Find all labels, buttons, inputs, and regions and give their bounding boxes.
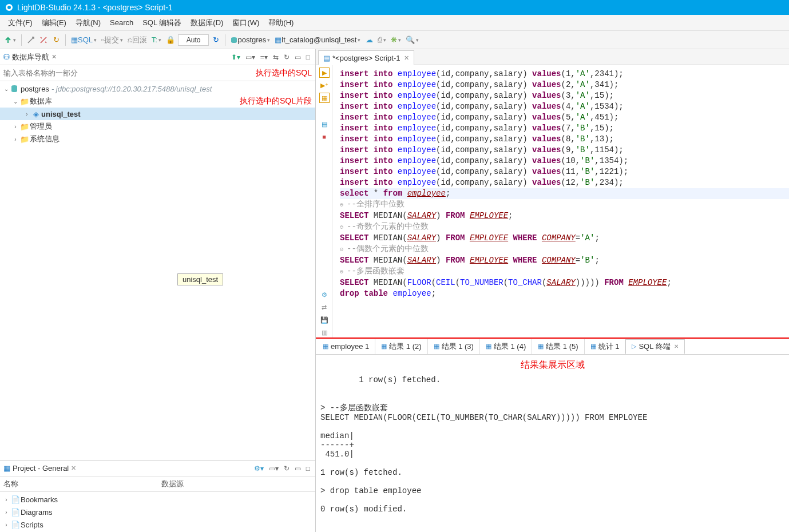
navigator-tree[interactable]: ⌄ postgres - jdbc:postgresql://10.20.30.… bbox=[0, 81, 315, 460]
editor-gutter: ▶ ▶⁺ ▦ ▤ ■ ⚙ ⇄ 💾 ▥ bbox=[316, 65, 333, 338]
rollback-button[interactable]: ⎌ 回滚 bbox=[126, 33, 149, 47]
navigator-icon: ⛁ bbox=[3, 53, 10, 61]
result-tab-5[interactable]: ▦结果 1 (5) bbox=[532, 339, 584, 354]
tree-schema-label: unisql_test bbox=[41, 110, 81, 118]
result-tab-label: 结果 1 (3) bbox=[442, 342, 474, 352]
explain-plan-icon[interactable]: ▤ bbox=[319, 119, 330, 129]
result-tab-3[interactable]: ▦结果 1 (3) bbox=[428, 339, 480, 354]
result-tab-label: 统计 1 bbox=[598, 342, 620, 352]
project-pane: ▦ Project - General ✕ ⚙▾ ▭▾ ↻ ▭ □ 名称 数据源… bbox=[0, 460, 315, 532]
close-result-tab-icon[interactable]: ✕ bbox=[674, 343, 679, 350]
menu-edit[interactable]: 编辑(E) bbox=[37, 15, 71, 30]
menu-navigate[interactable]: 导航(N) bbox=[71, 15, 105, 30]
execute-button[interactable]: ▶ bbox=[319, 68, 330, 78]
project-item-diagrams[interactable]: ›📄 Diagrams bbox=[0, 506, 315, 518]
sql-editor-button[interactable]: ▦ SQL bbox=[69, 33, 98, 47]
annotation-execute-sql-fragment: 执行选中的SQL片段 bbox=[240, 96, 312, 106]
project-item-label: Scripts bbox=[21, 521, 43, 529]
annotation-execute-sql: 执行选中的SQL bbox=[256, 68, 312, 78]
new-connection-button[interactable] bbox=[2, 33, 18, 47]
tree-tooltip: unisql_test bbox=[177, 273, 223, 285]
export-icon[interactable]: ⎙ bbox=[376, 33, 388, 47]
dashboard-icon[interactable]: ☁ bbox=[363, 33, 375, 47]
execute-fragment-button[interactable]: ▶⁺ bbox=[319, 80, 330, 90]
result-tab-label: 结果 1 (4) bbox=[494, 342, 526, 352]
result-tab-stats[interactable]: ▦统计 1 bbox=[585, 339, 626, 354]
tree-folder-databases[interactable]: ⌄ 📁 数据库 执行选中的SQL片段 bbox=[0, 95, 315, 108]
menu-search[interactable]: Search bbox=[105, 16, 138, 29]
project-column-headers: 名称 数据源 bbox=[0, 477, 315, 492]
project-item-scripts[interactable]: ›📄 Scripts bbox=[0, 518, 315, 531]
tree-folder-label: 管理员 bbox=[30, 121, 52, 132]
link-icon[interactable]: ⇄ bbox=[319, 302, 330, 312]
result-tab-sql-terminal[interactable]: ▷SQL 终端✕ bbox=[625, 339, 684, 354]
navigator-filter-input[interactable] bbox=[3, 69, 256, 77]
maximize-icon[interactable]: □ bbox=[304, 52, 312, 62]
new-conn-icon[interactable]: ⬆▾ bbox=[229, 52, 242, 62]
project-item-bookmarks[interactable]: ›📄 Bookmarks bbox=[0, 493, 315, 506]
connection-select[interactable]: postgres bbox=[229, 33, 272, 47]
project-item-label: Bookmarks bbox=[21, 495, 58, 504]
result-tab-employee1[interactable]: ▦employee 1 bbox=[317, 339, 375, 354]
result-tab-2[interactable]: ▦结果 1 (2) bbox=[375, 339, 427, 354]
collapse-icon[interactable]: ⇆ bbox=[271, 52, 280, 62]
reconnect-button[interactable]: ↻ bbox=[50, 33, 62, 47]
minimize-icon[interactable]: ▭ bbox=[293, 52, 303, 62]
project-refresh-icon[interactable]: ↻ bbox=[282, 463, 291, 474]
menu-sql-editor[interactable]: SQL 编辑器 bbox=[138, 15, 186, 30]
menu-window[interactable]: 窗口(W) bbox=[228, 15, 264, 30]
menu-help[interactable]: 帮助(H) bbox=[264, 15, 298, 30]
tree-folder-admin[interactable]: › 📁 管理员 bbox=[0, 120, 315, 133]
catalog-select[interactable]: ▦ lt_catalog@unisql_test bbox=[273, 33, 362, 47]
close-view-icon[interactable]: ✕ bbox=[51, 53, 57, 61]
filter-icon[interactable]: =▾ bbox=[259, 52, 269, 62]
tx-mode-button[interactable]: T: bbox=[150, 33, 163, 47]
project-tree[interactable]: ›📄 Bookmarks ›📄 Diagrams ›📄 Scripts bbox=[0, 492, 315, 532]
sql-editor[interactable]: insert into employee(id,company,salary) … bbox=[333, 65, 789, 338]
refresh-button[interactable]: ↻ bbox=[210, 33, 221, 47]
toolbar-separator bbox=[225, 34, 225, 46]
save-icon[interactable]: 💾 bbox=[319, 315, 330, 325]
rollback-button-label: 回滚 bbox=[132, 35, 147, 45]
search-icon[interactable]: 🔍 bbox=[404, 33, 421, 47]
commit-button-label: 提交 bbox=[104, 35, 119, 45]
tree-folder-label: 数据库 bbox=[30, 96, 52, 106]
tree-connection-string: - jdbc:postgresql://10.20.30.217:5488/un… bbox=[51, 85, 212, 93]
annotation-results-area: 结果集展示区域 bbox=[521, 359, 585, 371]
navigator-filter-row: 执行选中的SQL bbox=[0, 65, 315, 81]
stop-icon[interactable]: ❋ bbox=[389, 33, 403, 47]
project-settings-icon[interactable]: ⚙▾ bbox=[252, 463, 265, 474]
refresh-nav-icon[interactable]: ↻ bbox=[282, 52, 291, 62]
view-mode-icon[interactable]: ▭▾ bbox=[244, 52, 257, 62]
close-tab-icon[interactable]: ✕ bbox=[404, 54, 409, 62]
editor-tab-script1[interactable]: ▤ *<postgres> Script-1 ✕ bbox=[318, 50, 414, 65]
menu-file[interactable]: 文件(F) bbox=[3, 15, 37, 30]
lock-icon[interactable]: 🔒 bbox=[164, 33, 177, 47]
results-panel: ▦employee 1 ▦结果 1 (2) ▦结果 1 (3) ▦结果 1 (4… bbox=[316, 338, 789, 532]
result-tab-4[interactable]: ▦结果 1 (4) bbox=[480, 339, 532, 354]
auto-commit-select[interactable]: Auto bbox=[178, 34, 209, 46]
app-logo-icon bbox=[5, 3, 14, 12]
connect-button[interactable] bbox=[25, 33, 37, 47]
panel-icon[interactable]: ▥ bbox=[319, 327, 330, 338]
project-item-label: Diagrams bbox=[21, 508, 53, 517]
window-title: LightDB-Studio 24.1.3 - <postgres> Scrip… bbox=[17, 3, 173, 12]
project-maximize-icon[interactable]: □ bbox=[304, 463, 312, 474]
disconnect-button[interactable] bbox=[38, 33, 49, 47]
tree-connection-root[interactable]: ⌄ postgres - jdbc:postgresql://10.20.30.… bbox=[0, 82, 315, 95]
tree-folder-sysinfo[interactable]: › 📁 系统信息 bbox=[0, 133, 315, 145]
commit-button[interactable]: ▫ 提交 bbox=[100, 33, 125, 47]
execute-script-button[interactable]: ▦ bbox=[319, 93, 330, 103]
project-view-icon[interactable]: ▭▾ bbox=[267, 463, 280, 474]
editor-tabstrip: ▤ *<postgres> Script-1 ✕ bbox=[316, 49, 789, 65]
project-col-name: 名称 bbox=[0, 477, 158, 491]
stop-execution-icon[interactable]: ■ bbox=[319, 132, 330, 142]
result-output[interactable]: 结果集展示区域 1 row(s) fetched. > --多层函数嵌套 SEL… bbox=[316, 355, 789, 532]
tree-schema-unisql-test[interactable]: › ◈ unisql_test bbox=[0, 108, 315, 120]
navigator-header: ⛁ 数据库导航 ✕ ⬆▾ ▭▾ =▾ ⇆ ↻ ▭ □ bbox=[0, 49, 315, 65]
close-project-icon[interactable]: ✕ bbox=[71, 464, 76, 472]
menu-database[interactable]: 数据库(D) bbox=[186, 15, 228, 30]
settings-icon[interactable]: ⚙ bbox=[319, 289, 330, 300]
project-minimize-icon[interactable]: ▭ bbox=[293, 463, 303, 474]
catalog-label: lt_catalog@unisql_test bbox=[281, 35, 356, 44]
